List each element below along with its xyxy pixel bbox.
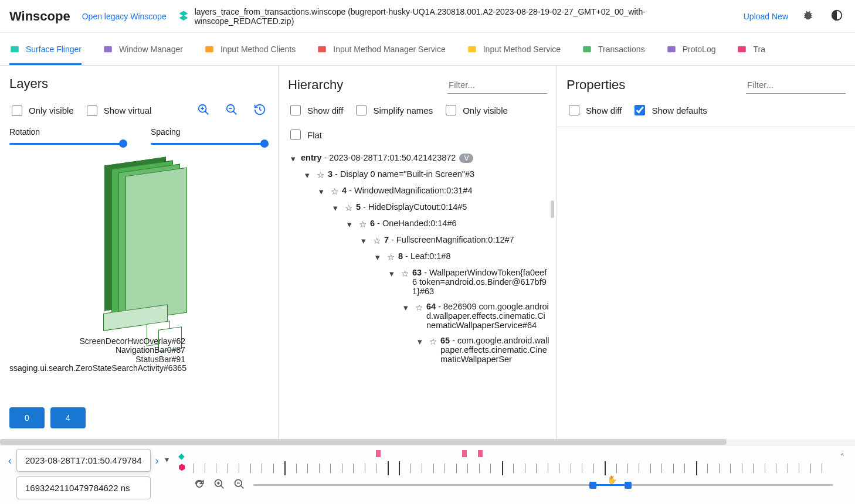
timestamp-ns-input[interactable]: 1693242110479784622 ns bbox=[16, 476, 151, 499]
timeline-tick bbox=[205, 464, 216, 473]
layers-only-visible-checkbox[interactable]: Only visible bbox=[9, 104, 74, 118]
timeline-zoom-in-icon[interactable] bbox=[213, 478, 225, 492]
dark-mode-toggle-icon[interactable] bbox=[828, 6, 846, 26]
tree-node[interactable]: ▾entry - 2023-08-28T17:01:50.421423872V bbox=[283, 150, 552, 166]
properties-show-defaults-checkbox[interactable]: Show defaults bbox=[632, 103, 707, 117]
caret-down-icon[interactable]: ▾ bbox=[415, 337, 425, 346]
star-icon[interactable]: ☆ bbox=[371, 236, 382, 246]
timestamp-human-input[interactable]: 2023-08-28T17:01:50.479784 bbox=[16, 449, 151, 472]
caret-down-icon[interactable]: ▾ bbox=[344, 220, 355, 229]
zoom-out-icon[interactable] bbox=[223, 101, 240, 120]
properties-filter-input[interactable] bbox=[746, 76, 846, 94]
timeline-marker[interactable] bbox=[462, 450, 467, 457]
hierarchy-scrollbar[interactable] bbox=[551, 200, 554, 218]
timeline-tick bbox=[661, 464, 673, 473]
history-icon[interactable] bbox=[251, 101, 269, 120]
tab-icon bbox=[317, 44, 327, 55]
caret-down-icon[interactable]: ▾ bbox=[401, 303, 411, 312]
tab-input-method-service[interactable]: Input Method Service bbox=[467, 33, 561, 65]
rotation-slider[interactable] bbox=[9, 138, 127, 149]
hierarchy-filter-input[interactable] bbox=[447, 76, 547, 94]
star-icon[interactable]: ☆ bbox=[428, 337, 438, 346]
timeline-tick bbox=[422, 464, 433, 473]
tab-input-method-manager-service[interactable]: Input Method Manager Service bbox=[317, 33, 445, 65]
timeline-marker[interactable] bbox=[376, 450, 381, 457]
timeline-tick bbox=[273, 464, 284, 473]
svg-line-19 bbox=[220, 486, 223, 489]
svg-rect-2 bbox=[104, 46, 112, 52]
hierarchy-show-diff-checkbox[interactable]: Show diff bbox=[288, 103, 343, 117]
tree-node[interactable]: ▾☆4 - WindowedMagnification:0:31#4 bbox=[283, 183, 552, 199]
timeline-tick bbox=[742, 464, 753, 473]
timeline-refresh-icon[interactable] bbox=[194, 478, 205, 492]
timeline-tick bbox=[513, 464, 524, 473]
tree-node[interactable]: ▾☆6 - OneHanded:0:14#6 bbox=[283, 216, 552, 232]
star-icon[interactable]: ☆ bbox=[399, 269, 410, 278]
star-icon[interactable]: ☆ bbox=[329, 187, 340, 196]
timestamp-format-dropdown[interactable]: ▾ bbox=[164, 449, 170, 470]
star-icon[interactable]: ☆ bbox=[315, 171, 325, 180]
tree-node[interactable]: ▾☆8 - Leaf:0:1#8 bbox=[283, 248, 552, 265]
transactions-trace-icon[interactable]: ⬢ bbox=[178, 462, 185, 472]
tree-node[interactable]: ▾☆64 - 8e26909 com.google.android.wallpa… bbox=[283, 299, 552, 333]
spacing-slider[interactable] bbox=[151, 138, 269, 149]
timeline-range-slider[interactable]: ✋ bbox=[253, 479, 833, 491]
caret-down-icon[interactable]: ▾ bbox=[372, 253, 383, 262]
tree-node[interactable]: ▾☆65 - com.google.android.wallpaper.effe… bbox=[283, 333, 552, 367]
timeline-marker[interactable] bbox=[478, 450, 483, 457]
star-icon[interactable]: ☆ bbox=[413, 303, 424, 312]
tab-surface-flinger[interactable]: Surface Flinger bbox=[9, 33, 82, 65]
upload-new-link[interactable]: Upload New bbox=[744, 12, 788, 21]
tab-window-manager[interactable]: Window Manager bbox=[103, 33, 183, 65]
timeline-next-button[interactable]: › bbox=[154, 449, 160, 473]
caret-down-icon[interactable]: ▾ bbox=[302, 171, 313, 180]
tree-node[interactable]: ▾☆5 - HideDisplayCutout:0:14#5 bbox=[283, 199, 552, 216]
caret-down-icon[interactable]: ▾ bbox=[316, 187, 327, 196]
star-icon[interactable]: ☆ bbox=[385, 253, 396, 262]
timeline-prev-button[interactable]: ‹ bbox=[7, 449, 13, 473]
tab-icon bbox=[467, 44, 477, 55]
legacy-winscope-link[interactable]: Open legacy Winscope bbox=[82, 12, 167, 21]
bug-report-icon[interactable] bbox=[800, 7, 816, 25]
timeline-tick bbox=[753, 464, 764, 473]
timeline-tick bbox=[216, 464, 227, 473]
hierarchy-only-visible-checkbox[interactable]: Only visible bbox=[443, 103, 508, 117]
rotation-label: Rotation bbox=[9, 127, 127, 137]
tab-protolog[interactable]: ProtoLog bbox=[666, 33, 716, 65]
layers-trace-icon[interactable]: ◆ bbox=[178, 451, 185, 461]
caret-down-icon[interactable]: ▾ bbox=[288, 154, 298, 164]
hierarchy-title: Hierarchy bbox=[288, 77, 343, 93]
tab-input-method-clients[interactable]: Input Method Clients bbox=[204, 33, 296, 65]
star-icon[interactable]: ☆ bbox=[357, 220, 368, 229]
tree-node[interactable]: ▾☆3 - Display 0 name="Built-in Screen"#3 bbox=[283, 166, 552, 183]
zoom-in-icon[interactable] bbox=[195, 101, 212, 120]
timeline-tick bbox=[730, 464, 741, 473]
timeline-zoom-out-icon[interactable] bbox=[233, 478, 245, 492]
properties-show-diff-label: Show diff bbox=[586, 105, 622, 115]
horizontal-scrollbar[interactable] bbox=[0, 439, 855, 445]
tab-label: ProtoLog bbox=[683, 45, 716, 54]
caret-down-icon[interactable]: ▾ bbox=[358, 236, 369, 246]
timeline-expand-toggle[interactable]: ˄ bbox=[837, 449, 848, 465]
star-icon[interactable]: ☆ bbox=[343, 203, 354, 213]
hierarchy-flat-checkbox[interactable]: Flat bbox=[288, 128, 322, 142]
display-chip[interactable]: 4 bbox=[50, 407, 86, 428]
hierarchy-simplify-names-checkbox[interactable]: Simplify names bbox=[354, 103, 433, 117]
tree-node[interactable]: ▾☆7 - FullscreenMagnification:0:12#7 bbox=[283, 232, 552, 248]
timeline-tick bbox=[765, 464, 776, 473]
tab-label: Input Method Manager Service bbox=[333, 45, 445, 54]
timeline-markers bbox=[194, 449, 833, 459]
layers-show-virtual-checkbox[interactable]: Show virtual bbox=[84, 104, 152, 118]
layers-3d-view[interactable] bbox=[70, 161, 199, 360]
caret-down-icon[interactable]: ▾ bbox=[386, 269, 397, 278]
tree-node[interactable]: ▾☆63 - WallpaperWindowToken{fa0eef6 toke… bbox=[283, 265, 552, 299]
timeline-ruler[interactable] bbox=[194, 461, 833, 476]
display-chip[interactable]: 0 bbox=[9, 407, 45, 428]
properties-panel: Properties Show diff Show defaults bbox=[557, 66, 855, 439]
timeline-tick bbox=[330, 464, 341, 473]
timeline-tick bbox=[593, 464, 605, 473]
properties-show-diff-checkbox[interactable]: Show diff bbox=[566, 103, 622, 117]
tab-tra[interactable]: Tra bbox=[737, 33, 765, 65]
caret-down-icon[interactable]: ▾ bbox=[330, 203, 341, 213]
tab-transactions[interactable]: Transactions bbox=[582, 33, 645, 65]
